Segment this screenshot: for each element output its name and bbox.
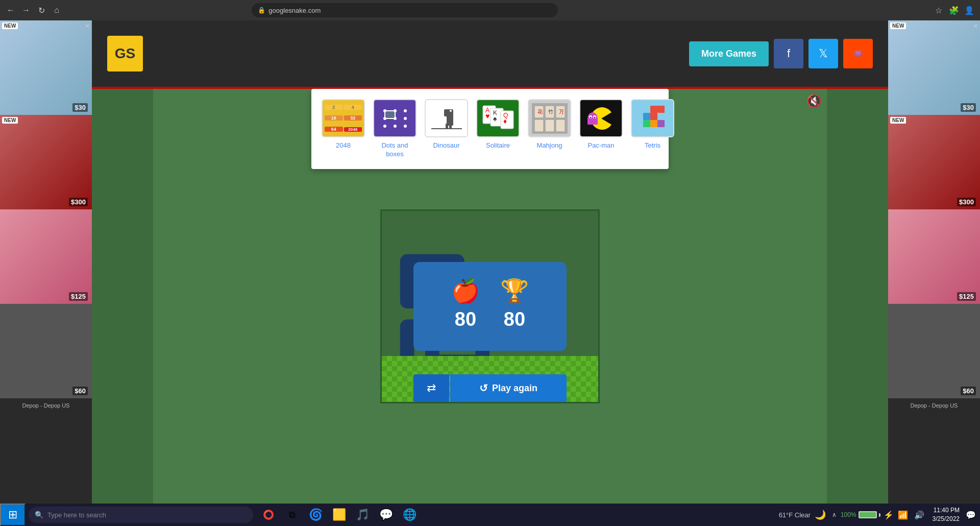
shuffle-button[interactable]: ⇄ (413, 374, 449, 402)
right-ad: NEW ✕ $30 NEW $300 $125 $60 Depop - Depo… (888, 20, 980, 504)
svg-rect-58 (650, 113, 657, 120)
svg-point-12 (404, 117, 407, 120)
taskbar: ⊞ 🔍 Type here to search ⭕ ⧉ 🌀 🟨 🎵 💬 🌐 61… (0, 504, 980, 526)
start-button[interactable]: ⊞ (0, 504, 26, 526)
battery-indicator: 100% ⚡ (841, 510, 894, 520)
search-placeholder-text: Type here to search (47, 511, 106, 519)
svg-text:万: 万 (559, 109, 564, 114)
svg-text:竹: 竹 (548, 109, 553, 114)
ad-close-icon[interactable]: ✕ (85, 22, 90, 30)
right-ad-close-1[interactable]: ✕ (973, 22, 978, 30)
game-item-pacman[interactable]: Pac-man (579, 99, 623, 159)
over-apple-icon: 🍎 (451, 277, 480, 304)
over-trophy-score: 80 (504, 308, 525, 330)
caret-icon[interactable]: ∧ (832, 511, 837, 518)
over-trophy-icon: 🏆 (500, 277, 529, 304)
bookmark-icon[interactable]: ☆ (933, 5, 944, 16)
address-bar[interactable]: 🔒 googlesnake.com (252, 3, 558, 17)
game-item-dinosaur[interactable]: Dinosaur (425, 99, 468, 159)
right-ad-4[interactable]: $60 (888, 304, 980, 398)
tray-time-display[interactable]: 11:40 PM 3/25/2022 (928, 506, 964, 523)
left-ad-1[interactable]: NEW ✕ $30 (0, 20, 92, 115)
svg-rect-57 (657, 106, 665, 113)
cortana-icon[interactable]: ⭕ (257, 504, 280, 526)
game-bg-right (827, 89, 888, 504)
forward-button[interactable]: → (20, 5, 32, 16)
right-ad-3[interactable]: $125 (888, 209, 980, 304)
svg-rect-20 (385, 111, 395, 118)
app-2-icon[interactable]: 🟨 (328, 504, 350, 526)
over-apple-item: 🍎 80 (451, 277, 480, 330)
svg-point-26 (450, 110, 452, 112)
wifi-icon: 📶 (898, 510, 908, 520)
app-4-icon[interactable]: 💬 (375, 504, 397, 526)
over-scores: 🍎 80 🏆 80 (451, 277, 529, 330)
browser-icons: ☆ 🧩 👤 (933, 5, 975, 16)
power-icon: ⚡ (884, 510, 894, 520)
svg-rect-25 (449, 124, 452, 129)
search-icon: 🔍 (35, 511, 43, 519)
app-5-icon[interactable]: 🌐 (398, 504, 421, 526)
game-2048-label: 2048 (336, 141, 351, 150)
profile-icon[interactable]: 👤 (964, 5, 975, 16)
game-item-2048[interactable]: 2 4 16 32 64 2048 2048 (322, 99, 365, 159)
game-header: GS More Games f 𝕏 👾 (92, 20, 888, 87)
reddit-button[interactable]: 👾 (843, 39, 873, 68)
right-ad-badge-1: NEW (890, 22, 906, 29)
game-buttons: ⇄ ↺ Play again (413, 374, 567, 402)
gs-logo: GS (107, 36, 143, 71)
left-ad-4[interactable]: $60 (0, 304, 92, 398)
game-item-dots[interactable]: Dots and boxes (373, 99, 416, 159)
right-ad-price-1: $30 (961, 103, 976, 112)
app-1-icon[interactable]: 🌀 (304, 504, 327, 526)
svg-point-9 (404, 109, 407, 112)
twitter-button[interactable]: 𝕏 (808, 39, 838, 68)
play-again-button[interactable]: ↺ Play again (450, 374, 567, 402)
ad-price-1: $30 (72, 103, 88, 112)
tray-time: 11:40 PM (933, 506, 960, 515)
ad-price-2: $300 (69, 198, 88, 206)
system-tray: 61°F Clear 🌙 ∧ 100% ⚡ 📶 🔊 11:40 PM 3/25/… (779, 506, 980, 523)
more-games-button[interactable]: More Games (689, 41, 769, 66)
game-bg-left (92, 89, 153, 504)
game-solitaire-label: Solitaire (486, 141, 510, 150)
logo-text: GS (115, 45, 135, 62)
svg-rect-60 (643, 120, 650, 127)
svg-point-13 (383, 125, 386, 128)
ad-price-3: $125 (69, 292, 88, 301)
facebook-button[interactable]: f (774, 39, 803, 68)
refresh-icon: ↺ (479, 382, 488, 394)
left-ad-3[interactable]: $125 (0, 209, 92, 304)
game-dots-label: Dots and boxes (373, 141, 416, 159)
extension-icon[interactable]: 🧩 (948, 5, 960, 16)
left-ad: NEW ✕ $30 NEW $300 $125 $60 Depop - Depo… (0, 20, 92, 504)
battery-bar (859, 511, 877, 518)
svg-rect-44 (556, 119, 565, 132)
mute-button[interactable]: 🔇 (806, 94, 822, 108)
home-button[interactable]: ⌂ (51, 5, 62, 16)
refresh-button[interactable]: ↻ (36, 5, 47, 16)
header-buttons: More Games f 𝕏 👾 (689, 39, 873, 68)
left-ad-2[interactable]: NEW $300 (0, 115, 92, 209)
svg-rect-62 (657, 120, 665, 127)
game-pacman-label: Pac-man (587, 141, 614, 150)
ad-badge-new: NEW (2, 22, 18, 29)
back-button[interactable]: ← (5, 5, 16, 16)
notification-icon[interactable]: 💬 (966, 510, 976, 520)
right-ad-2[interactable]: NEW $300 (888, 115, 980, 209)
app-3-icon[interactable]: 🎵 (351, 504, 374, 526)
taskbar-search-bar[interactable]: 🔍 Type here to search (29, 507, 253, 523)
game-dropdown: 2 4 16 32 64 2048 2048 (311, 89, 669, 169)
game-item-tetris[interactable]: Tetris (631, 99, 674, 159)
taskview-icon[interactable]: ⧉ (281, 504, 303, 526)
game-item-solitaire[interactable]: A ♥ K ♠ Q ♦ Solitaire (476, 99, 520, 159)
right-ad-1[interactable]: NEW ✕ $30 (888, 20, 980, 115)
browser-chrome: ← → ↻ ⌂ 🔒 googlesnake.com ☆ 🧩 👤 (0, 0, 980, 20)
svg-rect-43 (545, 119, 554, 132)
svg-text:花: 花 (537, 109, 543, 114)
svg-rect-56 (650, 106, 657, 113)
game-item-mahjong[interactable]: 花 竹 万 Mahjong (528, 99, 571, 159)
svg-point-53 (590, 116, 591, 118)
battery-percent: 100% (841, 511, 856, 518)
svg-rect-42 (534, 119, 544, 132)
